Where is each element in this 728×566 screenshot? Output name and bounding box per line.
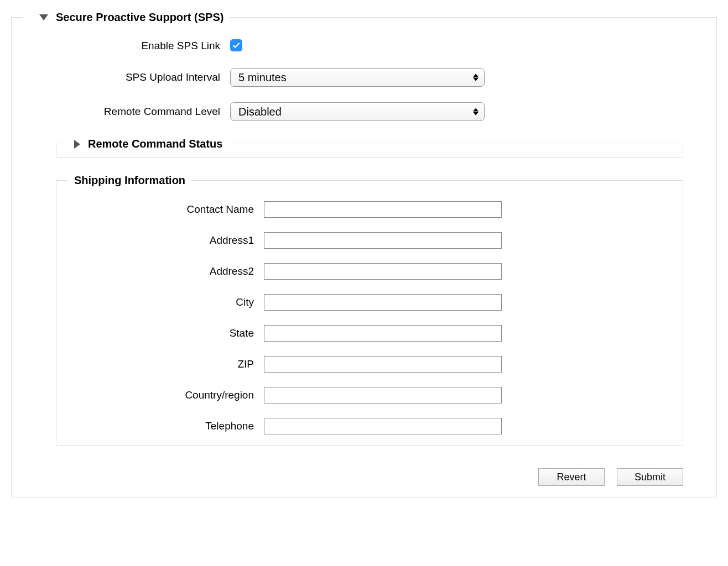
upload-interval-row: SPS Upload Interval 5 minutes <box>23 68 705 87</box>
telephone-input[interactable] <box>264 418 502 434</box>
contact-name-input[interactable] <box>264 201 502 218</box>
upload-interval-value: 5 minutes <box>238 71 287 84</box>
telephone-row: Telephone <box>67 418 672 434</box>
city-input[interactable] <box>264 294 502 311</box>
remote-command-status-header[interactable]: Remote Command Status <box>67 138 228 150</box>
country-row: Country/region <box>67 387 672 403</box>
select-arrows-icon <box>473 108 479 116</box>
remote-command-status-section: Remote Command Status <box>56 138 683 158</box>
enable-sps-label: Enable SPS Link <box>23 40 230 52</box>
remote-level-value: Disabled <box>238 106 282 118</box>
remote-level-label: Remote Command Level <box>23 106 230 118</box>
state-row: State <box>67 325 672 342</box>
revert-button[interactable]: Revert <box>538 468 605 486</box>
shipping-section-title: Shipping Information <box>74 174 185 187</box>
city-row: City <box>67 294 672 311</box>
shipping-section-header: Shipping Information <box>67 174 191 187</box>
address2-input[interactable] <box>264 263 502 280</box>
address1-label: Address1 <box>67 234 264 247</box>
button-bar: Revert Submit <box>23 468 705 486</box>
sps-section-header[interactable]: Secure Proactive Support (SPS) <box>23 11 229 24</box>
disclosure-right-icon <box>74 140 80 149</box>
submit-button[interactable]: Submit <box>617 468 683 486</box>
zip-label: ZIP <box>67 358 264 370</box>
address2-label: Address2 <box>67 265 264 277</box>
remote-level-select[interactable]: Disabled <box>230 102 485 121</box>
enable-sps-row: Enable SPS Link <box>23 39 705 53</box>
sps-section: Secure Proactive Support (SPS) Enable SP… <box>11 11 717 497</box>
address2-row: Address2 <box>67 263 672 280</box>
checkmark-icon <box>232 41 241 50</box>
address1-input[interactable] <box>264 232 502 249</box>
state-label: State <box>67 327 264 339</box>
country-input[interactable] <box>264 387 502 403</box>
upload-interval-label: SPS Upload Interval <box>23 71 230 83</box>
country-label: Country/region <box>67 389 264 401</box>
contact-name-row: Contact Name <box>67 201 672 218</box>
enable-sps-checkbox[interactable] <box>230 39 242 51</box>
state-input[interactable] <box>264 325 502 342</box>
upload-interval-select[interactable]: 5 minutes <box>230 68 485 87</box>
remote-command-status-title: Remote Command Status <box>88 138 222 150</box>
city-label: City <box>67 296 264 308</box>
contact-name-label: Contact Name <box>67 203 264 216</box>
zip-input[interactable] <box>264 356 502 373</box>
select-arrows-icon <box>473 74 479 81</box>
telephone-label: Telephone <box>67 420 264 432</box>
remote-level-row: Remote Command Level Disabled <box>23 102 705 121</box>
shipping-section: Shipping Information Contact Name Addres… <box>56 174 683 446</box>
address1-row: Address1 <box>67 232 672 249</box>
zip-row: ZIP <box>67 356 672 373</box>
sps-section-title: Secure Proactive Support (SPS) <box>56 11 223 24</box>
disclosure-down-icon <box>39 14 48 20</box>
